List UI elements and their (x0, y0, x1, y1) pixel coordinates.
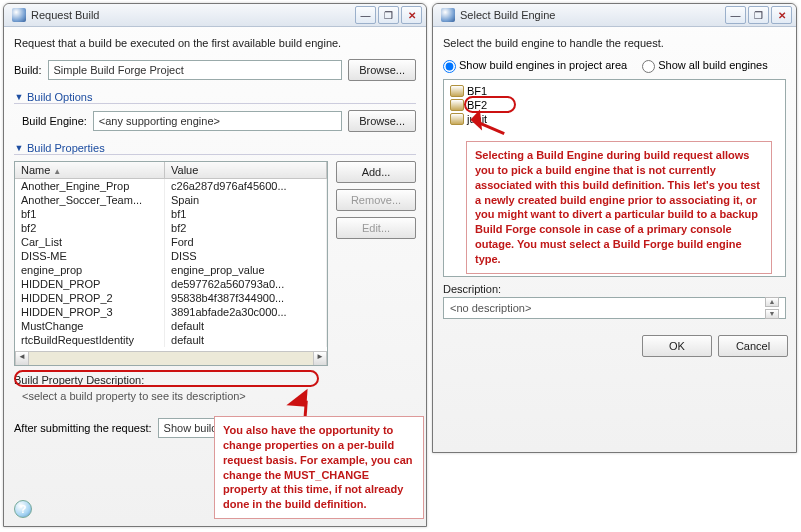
table-row[interactable]: bf1bf1 (15, 207, 327, 221)
titlebar: Request Build — ❐ ✕ (4, 4, 426, 27)
table-row[interactable]: HIDDEN_PROPde597762a560793a0... (15, 277, 327, 291)
after-submit-label: After submitting the request: (14, 422, 152, 434)
engine-desc-label: Description: (443, 283, 786, 295)
tree-item-bf2[interactable]: BF2 (450, 98, 779, 112)
cancel-button[interactable]: Cancel (718, 335, 788, 357)
app-icon (441, 8, 455, 22)
twistie-icon[interactable]: ▼ (14, 143, 24, 153)
table-row[interactable]: rtcBuildRequestIdentitydefault (15, 333, 327, 347)
app-icon (12, 8, 26, 22)
table-row[interactable]: Another_Engine_Propc26a287d976af45600... (15, 179, 327, 194)
build-input[interactable] (48, 60, 343, 80)
table-row[interactable]: bf2bf2 (15, 221, 327, 235)
engine-desc-box: <no description> ▲▼ (443, 297, 786, 319)
tree-item-bf1[interactable]: BF1 (450, 84, 779, 98)
build-options-header: Build Options (27, 91, 92, 103)
engine-icon (450, 85, 464, 97)
properties-table[interactable]: Name▲ Value Another_Engine_Propc26a287d9… (14, 161, 328, 366)
browse-engine-button[interactable]: Browse... (348, 110, 416, 132)
prop-desc-value: <select a build property to see its desc… (14, 386, 416, 406)
table-row[interactable]: MustChangedefault (15, 319, 327, 333)
minimize-button[interactable]: — (725, 6, 746, 24)
sort-asc-icon: ▲ (53, 167, 61, 176)
table-row[interactable]: HIDDEN_PROP_33891abfade2a30c000... (15, 305, 327, 319)
callout-properties: You also have the opportunity to change … (214, 416, 424, 519)
ok-button[interactable]: OK (642, 335, 712, 357)
engine-icon (450, 113, 464, 125)
callout-engine: Selecting a Build Engine during build re… (466, 141, 772, 274)
dialog-title: Select Build Engine (460, 9, 723, 21)
col-value[interactable]: Value (165, 162, 327, 179)
maximize-button[interactable]: ❐ (378, 6, 399, 24)
prop-desc-label: Build Property Description: (14, 374, 416, 386)
browse-build-button[interactable]: Browse... (348, 59, 416, 81)
table-row[interactable]: HIDDEN_PROP_295838b4f387f344900... (15, 291, 327, 305)
intro-text: Select the build engine to handle the re… (443, 37, 786, 49)
table-row[interactable]: DISS-MEDISS (15, 249, 327, 263)
remove-button[interactable]: Remove... (336, 189, 416, 211)
close-button[interactable]: ✕ (401, 6, 422, 24)
close-button[interactable]: ✕ (771, 6, 792, 24)
table-row[interactable]: engine_propengine_prop_value (15, 263, 327, 277)
build-engine-label: Build Engine: (22, 115, 87, 127)
maximize-button[interactable]: ❐ (748, 6, 769, 24)
build-label: Build: (14, 64, 42, 76)
table-row[interactable]: Another_Soccer_Team...Spain (15, 193, 327, 207)
radio-show-all[interactable]: Show all build engines (642, 59, 767, 71)
build-properties-header: Build Properties (27, 142, 105, 154)
build-engine-input[interactable] (93, 111, 342, 131)
minimize-button[interactable]: — (355, 6, 376, 24)
edit-button[interactable]: Edit... (336, 217, 416, 239)
add-button[interactable]: Add... (336, 161, 416, 183)
twistie-icon[interactable]: ▼ (14, 92, 24, 102)
help-icon[interactable]: ? (14, 500, 32, 518)
titlebar: Select Build Engine — ❐ ✕ (433, 4, 796, 27)
radio-project-area[interactable]: Show build engines in project area (443, 59, 627, 71)
intro-text: Request that a build be executed on the … (14, 37, 416, 49)
col-name[interactable]: Name▲ (15, 162, 165, 179)
table-row[interactable]: Car_ListFord (15, 235, 327, 249)
desc-scroll[interactable]: ▲▼ (765, 297, 779, 319)
tree-item-junit[interactable]: junit (450, 112, 779, 126)
hscrollbar[interactable]: ◄► (15, 351, 327, 365)
annotation-arrow (286, 387, 307, 406)
dialog-title: Request Build (31, 9, 353, 21)
engine-icon (450, 99, 464, 111)
